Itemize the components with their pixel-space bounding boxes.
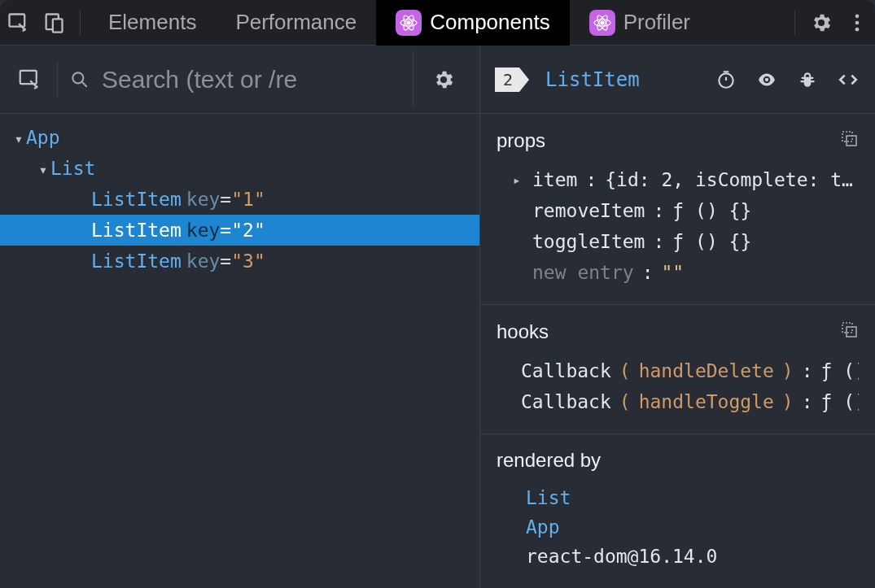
- prop-key: removeItem: [532, 200, 645, 221]
- tab-label: Elements: [108, 10, 196, 35]
- hook-value: ƒ () {}: [821, 360, 859, 381]
- hook-row[interactable]: Callback(handleDelete): ƒ () {}: [497, 355, 859, 386]
- prop-key: item: [532, 169, 577, 190]
- prop-value: ƒ () {}: [672, 231, 751, 252]
- device-toggle-icon[interactable]: [36, 0, 72, 46]
- svg-point-7: [601, 21, 604, 24]
- component-name: ListItem: [91, 250, 182, 272]
- prop-value: ƒ () {}: [672, 200, 751, 221]
- react-icon: [396, 10, 422, 36]
- hook-kind: Callback: [521, 391, 611, 412]
- svg-rect-21: [847, 327, 856, 337]
- rendered-by-item: react-dom@16.14.0: [526, 542, 859, 571]
- rendered-by-item[interactable]: List: [526, 483, 859, 512]
- component-tree[interactable]: AppListListItem key="1"ListItem key="2"L…: [0, 114, 479, 588]
- inspect-icon[interactable]: [0, 0, 36, 46]
- tab-components[interactable]: Components: [376, 0, 569, 46]
- new-entry-label: new entry: [532, 262, 634, 283]
- search-icon: [69, 69, 90, 90]
- section-title: rendered by: [497, 449, 601, 472]
- component-tree-pane: AppListListItem key="1"ListItem key="2"L…: [0, 46, 480, 588]
- svg-point-15: [72, 72, 83, 83]
- section-title: props: [497, 129, 545, 152]
- hook-row[interactable]: Callback(handleToggle): ƒ () {}: [497, 386, 859, 417]
- tree-row[interactable]: ListItem key="1": [0, 184, 479, 215]
- tree-row[interactable]: App: [0, 122, 479, 153]
- tabbar-divider: [80, 11, 81, 35]
- tab-profiler[interactable]: Profiler: [570, 0, 710, 46]
- hook-name: handleToggle: [639, 391, 774, 412]
- rendered-by-section: rendered by ListAppreact-dom@16.14.0: [480, 434, 875, 587]
- react-icon: [589, 10, 615, 36]
- svg-rect-19: [847, 136, 856, 146]
- toolbar-divider: [57, 61, 58, 98]
- tab-label: Components: [430, 10, 549, 35]
- new-entry-row[interactable]: new entry : "": [497, 257, 859, 288]
- tree-row[interactable]: List: [0, 153, 479, 184]
- svg-rect-18: [842, 132, 852, 142]
- svg-point-11: [855, 14, 860, 18]
- prop-key: toggleItem: [532, 231, 645, 252]
- tab-label: Profiler: [623, 10, 690, 35]
- hook-kind: Callback: [521, 360, 611, 381]
- search-input[interactable]: [90, 66, 413, 94]
- component-key: key="3": [182, 250, 265, 272]
- new-entry-value[interactable]: "": [661, 262, 684, 283]
- component-name: ListItem: [91, 189, 182, 210]
- component-detail-pane: 2 ListItem props: [480, 46, 875, 588]
- hooks-section: hooks Callback(handleDelete): ƒ () {}Cal…: [480, 305, 875, 434]
- rendered-by-item[interactable]: App: [526, 512, 859, 542]
- tree-settings-icon[interactable]: [419, 68, 468, 91]
- tabbar-divider: [794, 11, 795, 35]
- detail-header: 2 ListItem: [480, 46, 875, 114]
- svg-point-12: [855, 20, 860, 24]
- hook-name: handleDelete: [639, 360, 774, 381]
- prop-row[interactable]: item: {id: 2, isComplete: t…: [497, 164, 859, 195]
- tab-elements[interactable]: Elements: [89, 0, 216, 46]
- devtools-tabbar: Elements Performance Components Profiler: [0, 0, 875, 46]
- svg-point-17: [765, 77, 768, 81]
- select-element-icon[interactable]: [7, 51, 52, 108]
- prop-row[interactable]: toggleItem: ƒ () {}: [497, 226, 859, 257]
- tab-performance[interactable]: Performance: [216, 0, 376, 46]
- inspect-dom-icon[interactable]: [755, 69, 779, 90]
- render-count-badge: 2: [495, 68, 519, 92]
- gear-icon[interactable]: [803, 0, 839, 46]
- component-name: ListItem: [91, 220, 182, 241]
- copy-icon[interactable]: [839, 320, 859, 344]
- expand-arrow-icon[interactable]: [513, 172, 524, 188]
- props-section: props item: {id: 2, isComplete: t…remove…: [480, 114, 875, 305]
- view-source-icon[interactable]: [836, 69, 860, 90]
- svg-rect-20: [842, 323, 852, 333]
- tree-row[interactable]: ListItem key="3": [0, 246, 479, 277]
- component-key: key="1": [182, 189, 265, 210]
- component-name: App: [26, 127, 60, 148]
- prop-value: {id: 2, isComplete: t…: [605, 169, 853, 190]
- copy-icon[interactable]: [839, 128, 859, 153]
- suspend-icon[interactable]: [715, 69, 737, 90]
- hook-value: ƒ () {}: [821, 391, 859, 412]
- svg-rect-0: [10, 14, 25, 26]
- expand-arrow-icon[interactable]: [36, 158, 50, 179]
- prop-row[interactable]: removeItem: ƒ () {}: [497, 195, 859, 226]
- bug-icon[interactable]: [797, 69, 818, 90]
- selected-component-name: ListItem: [545, 68, 640, 91]
- tab-label: Performance: [235, 10, 357, 35]
- svg-rect-2: [53, 19, 63, 32]
- tree-row[interactable]: ListItem key="2": [0, 215, 479, 246]
- component-name: List: [50, 158, 95, 179]
- svg-point-13: [855, 27, 860, 31]
- expand-arrow-icon[interactable]: [11, 127, 26, 148]
- tree-toolbar: [0, 46, 479, 114]
- section-title: hooks: [497, 320, 549, 343]
- svg-point-3: [407, 21, 410, 24]
- kebab-icon[interactable]: [839, 0, 875, 46]
- component-key: key="2": [182, 220, 265, 241]
- svg-rect-14: [20, 70, 37, 83]
